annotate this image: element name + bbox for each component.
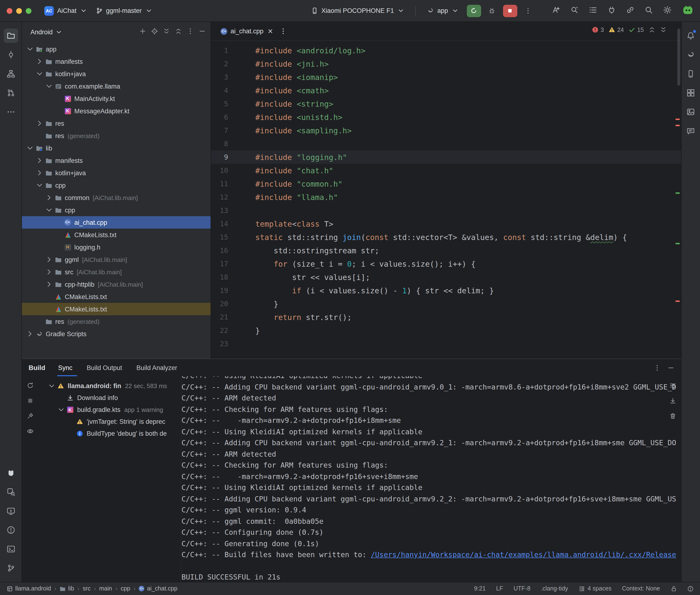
assistant-mascot-icon[interactable] [682, 4, 693, 17]
tool-gradle-button[interactable] [683, 48, 698, 62]
chevron-down-icon[interactable] [45, 206, 53, 214]
run-configuration-selector[interactable]: app [422, 5, 463, 16]
project-tree-item[interactable]: src[AiChat.lib.main] [22, 266, 211, 278]
tool-problems-button[interactable] [4, 522, 18, 537]
breadcrumb-lib[interactable]: lib [60, 585, 74, 592]
status-notice-button[interactable] [687, 586, 693, 592]
tool-commit-button[interactable] [4, 48, 18, 62]
line-number[interactable]: 6 [211, 113, 228, 121]
passed-count[interactable]: 15 [628, 26, 644, 33]
status-linter[interactable]: .clang-tidy [541, 585, 568, 592]
close-window-button[interactable] [7, 8, 12, 13]
chevron-right-icon[interactable] [35, 169, 44, 177]
console-link[interactable]: /Users/hanyin/Workspace/ai-chat/examples… [371, 550, 676, 559]
tool-project-button[interactable] [4, 29, 18, 43]
tool-device-manager-button[interactable] [683, 67, 698, 81]
build-eye-button[interactable] [26, 428, 34, 436]
tool-resource-manager-button[interactable] [683, 105, 698, 119]
line-number[interactable]: 2 [211, 60, 228, 67]
project-tree-item[interactable]: cpp-httplib[AiChat.lib.main] [22, 278, 211, 290]
line-number[interactable]: 20 [211, 300, 228, 308]
status-caret-position[interactable]: 9:21 [474, 585, 486, 592]
tool-app-inspection-button[interactable] [4, 484, 18, 499]
status-indent-size[interactable]: 4 spaces [579, 585, 611, 592]
breadcrumb-cpp[interactable]: cpp [121, 585, 130, 592]
breadcrumb-ai-chat-cpp[interactable]: C+ai_chat.cpp [139, 585, 177, 592]
status-line-separator[interactable]: LF [496, 585, 503, 592]
warning-count[interactable]: 24 [608, 26, 624, 33]
line-number[interactable]: 23 [211, 340, 228, 348]
project-toolbar-expand-all-button[interactable] [163, 28, 170, 36]
build-result-tree[interactable]: llama.android: fin22 sec, 583 msDownload… [38, 376, 181, 582]
console-scroll-end-button[interactable] [669, 397, 676, 406]
project-tree-item[interactable]: ggml[AiChat.lib.main] [22, 253, 211, 266]
breadcrumb-llama-android[interactable]: llama.android [7, 585, 51, 592]
debug-button[interactable] [485, 4, 499, 18]
line-number[interactable]: 16 [211, 247, 228, 254]
chevron-right-icon[interactable] [45, 280, 53, 289]
line-number[interactable]: 13 [211, 207, 228, 214]
console-soft-wrap-button[interactable] [669, 382, 676, 391]
project-toolbar-locate-button[interactable] [151, 28, 158, 36]
project-tree-item[interactable]: res [22, 117, 211, 130]
code-editor[interactable]: 1#include <android/log.h>2#include <jni.… [211, 41, 681, 359]
chevron-right-icon[interactable] [45, 193, 53, 202]
project-tree-item[interactable]: app [22, 43, 211, 55]
chevron-down-icon[interactable] [26, 144, 34, 152]
chevron-right-icon[interactable] [35, 156, 44, 165]
device-selector[interactable]: Xiaomi POCOPHONE F1 [307, 5, 409, 16]
line-number[interactable]: 19 [211, 287, 228, 294]
project-tree-item[interactable]: CMakeLists.txt [22, 229, 211, 241]
chevron-down-icon[interactable] [48, 382, 56, 390]
project-tree[interactable]: appmanifestskotlin+javacom.example.llama… [22, 42, 211, 359]
project-tree-item[interactable]: Hlogging.h [22, 241, 211, 253]
project-view-selector[interactable]: Android [30, 28, 53, 35]
tool-notifications-button[interactable] [683, 29, 698, 43]
run-button[interactable] [467, 4, 481, 17]
build-tab-build-analyzer[interactable]: Build Analyzer [131, 359, 186, 376]
line-number[interactable]: 1 [211, 47, 228, 54]
toolbar-settings-button[interactable] [663, 6, 671, 16]
console-clear-button[interactable] [669, 413, 676, 421]
line-number[interactable]: 5 [211, 100, 228, 108]
project-toolbar-more-v-button[interactable] [187, 28, 194, 36]
line-number[interactable]: 4 [211, 87, 228, 94]
tool-pull-requests-button[interactable] [4, 86, 18, 100]
tool-logcat-button[interactable] [4, 465, 18, 480]
toolbar-task-list-button[interactable] [589, 6, 597, 16]
chevron-right-icon[interactable] [35, 119, 44, 128]
toolbar-inline-ai-button[interactable] [551, 6, 560, 16]
toolbar-search-actions-button[interactable] [570, 6, 579, 16]
project-toolbar-add-button[interactable] [139, 28, 146, 36]
status-context[interactable]: Context: None [622, 585, 660, 592]
project-toolbar-collapse-all-button[interactable] [175, 28, 182, 36]
line-number[interactable]: 3 [211, 73, 228, 81]
chevron-down-icon[interactable] [35, 181, 44, 190]
breadcrumb-src[interactable]: src [83, 585, 90, 592]
tool-structure-button[interactable] [4, 67, 18, 81]
build-tree-item[interactable]: Download info [38, 392, 181, 404]
build-tab-build-output[interactable]: Build Output [81, 359, 131, 376]
editor-scrollbar[interactable] [677, 29, 680, 86]
build-refresh-button[interactable] [26, 382, 34, 391]
project-toolbar-hide-button[interactable] [199, 28, 206, 36]
project-tree-item[interactable]: cpp [22, 204, 211, 216]
build-tab-sync[interactable]: Sync [53, 359, 81, 376]
build-tree-item[interactable]: BuildType 'debug' is both de [38, 428, 181, 440]
project-tree-item[interactable]: cpp [22, 179, 211, 192]
more-actions-button[interactable] [521, 4, 535, 18]
line-number[interactable]: 12 [211, 193, 228, 201]
toolbar-plugin-button[interactable] [607, 6, 616, 16]
project-tree-item[interactable]: com.example.llama [22, 80, 211, 92]
tool-layout-inspector-button[interactable] [683, 86, 698, 100]
line-number[interactable]: 18 [211, 273, 228, 281]
zoom-window-button[interactable] [26, 8, 31, 13]
line-number[interactable]: 10 [211, 167, 228, 174]
project-tree-item[interactable]: CMakeLists.txt [22, 303, 211, 315]
build-tree-item[interactable]: 'jvmTarget: String' is deprec [38, 416, 181, 428]
inspections-widget[interactable]: 3 24 15 [591, 26, 667, 33]
line-number[interactable]: 7 [211, 127, 228, 134]
build-tree-item[interactable]: Kbuild.gradle.ktsapp 1 warning [38, 404, 181, 416]
line-number[interactable]: 15 [211, 233, 228, 241]
editor-tab-ai_chat[interactable]: C+ ai_chat.cpp [215, 22, 280, 40]
